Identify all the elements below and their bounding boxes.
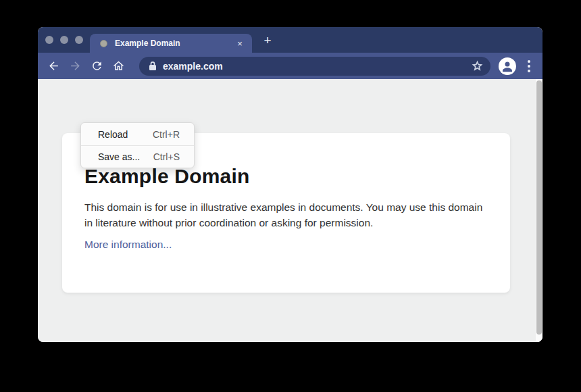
forward-arrow-icon xyxy=(69,59,82,72)
menu-item-reload[interactable]: Reload Ctrl+R xyxy=(81,123,194,145)
lock-icon xyxy=(149,61,157,71)
browser-window: Example Domain × + example.com Ex xyxy=(38,27,542,342)
window-controls xyxy=(45,36,83,44)
scrollbar-thumb[interactable] xyxy=(536,80,542,335)
home-button[interactable] xyxy=(109,57,127,75)
window-close-button[interactable] xyxy=(45,36,53,44)
window-minimize-button[interactable] xyxy=(60,36,68,44)
body-text: This domain is for use in illustrative e… xyxy=(84,200,484,230)
titlebar[interactable]: Example Domain × + xyxy=(38,27,542,53)
reload-icon xyxy=(91,59,103,72)
favicon-icon xyxy=(100,40,107,47)
home-icon xyxy=(112,59,125,72)
tab-title: Example Domain xyxy=(115,39,234,48)
back-arrow-icon xyxy=(47,59,60,72)
scrollbar[interactable] xyxy=(536,79,542,342)
tab-example-domain[interactable]: Example Domain × xyxy=(90,34,252,53)
toolbar: example.com xyxy=(38,53,542,79)
window-zoom-button[interactable] xyxy=(75,36,83,44)
menu-item-shortcut: Ctrl+S xyxy=(153,151,180,162)
menu-item-label: Reload xyxy=(98,129,128,140)
bookmark-star-icon[interactable] xyxy=(471,59,484,72)
menu-kebab-icon[interactable] xyxy=(524,60,534,72)
url-text[interactable]: example.com xyxy=(163,61,471,72)
menu-item-label: Save as... xyxy=(98,151,140,162)
new-tab-button[interactable]: + xyxy=(259,32,276,49)
reload-button[interactable] xyxy=(88,57,105,75)
context-menu: Reload Ctrl+R Save as... Ctrl+S xyxy=(80,122,195,168)
address-bar[interactable]: example.com xyxy=(139,57,490,76)
more-information-link[interactable]: More information... xyxy=(84,239,172,251)
menu-item-shortcut: Ctrl+R xyxy=(153,129,180,140)
profile-avatar[interactable] xyxy=(499,57,516,75)
back-button[interactable] xyxy=(45,57,62,75)
person-icon xyxy=(501,59,514,73)
forward-button[interactable] xyxy=(66,57,84,75)
page-content: Example Domain This domain is for use in… xyxy=(38,79,542,342)
page-title: Example Domain xyxy=(84,165,510,188)
tab-close-icon[interactable]: × xyxy=(234,38,245,49)
menu-item-save-as[interactable]: Save as... Ctrl+S xyxy=(81,145,194,168)
